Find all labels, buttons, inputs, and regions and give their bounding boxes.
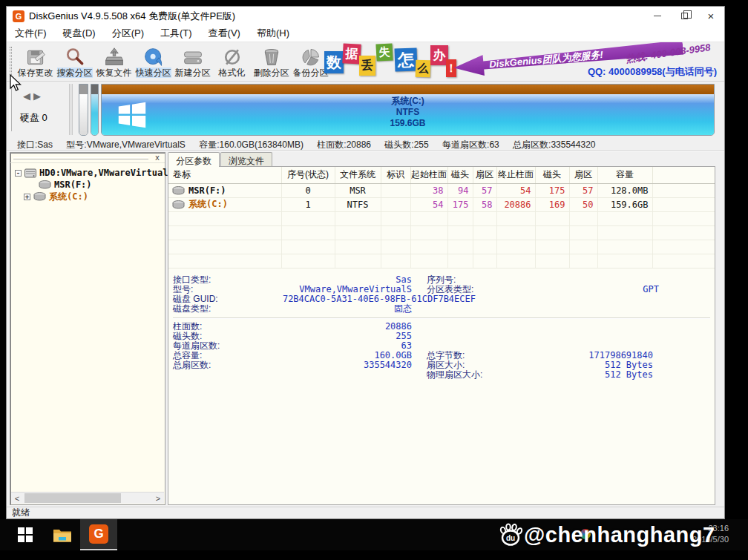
recover-files-button[interactable]: 恢复文件 bbox=[94, 43, 134, 80]
partition-bar-msr[interactable] bbox=[91, 84, 99, 136]
tree-close-icon[interactable]: x bbox=[152, 153, 163, 162]
next-disk-arrow-icon[interactable]: ▶ bbox=[33, 90, 44, 102]
expand-expander-icon[interactable]: + bbox=[24, 194, 30, 200]
disk-info-spt: 每道扇区数:63 bbox=[442, 139, 499, 150]
cell-filesystem: NTFS bbox=[335, 197, 381, 211]
partition-table: 卷标 序号(状态) 文件系统 标识 起始柱面 磁头 扇区 终止柱面 磁头 扇区 … bbox=[168, 167, 715, 269]
cell-identifier bbox=[381, 183, 410, 197]
col-end-sector[interactable]: 扇区 bbox=[569, 167, 597, 183]
title-bar: G DiskGenius V4.9.5.508 x64 免费版(单文件PE版) … bbox=[7, 7, 724, 25]
col-seq-status[interactable]: 序号(状态) bbox=[281, 167, 335, 183]
menu-view[interactable]: 查看(V) bbox=[200, 24, 249, 42]
delete-partition-button[interactable]: 删除分区 bbox=[252, 43, 291, 80]
scrollbar-track[interactable] bbox=[23, 493, 152, 504]
prev-disk-arrow-icon[interactable]: ◀ bbox=[23, 90, 33, 102]
col-volume-label[interactable]: 卷标 bbox=[168, 167, 281, 183]
cell-end-head: 169 bbox=[535, 197, 569, 211]
ad-tile: 据 bbox=[342, 43, 361, 64]
tree-item-label: 系统(C:) bbox=[49, 191, 88, 203]
table-row-empty bbox=[168, 240, 715, 254]
partition-bar-system[interactable]: 系统(C:) NTFS 159.6GB bbox=[101, 84, 715, 136]
watermark: du @chenhanghang7 bbox=[497, 518, 715, 552]
cell-end-sector: 57 bbox=[569, 183, 597, 197]
file-explorer-button[interactable] bbox=[46, 519, 79, 550]
partition-disk-icon bbox=[39, 180, 51, 189]
format-icon bbox=[222, 47, 243, 67]
menu-tools[interactable]: 工具(T) bbox=[152, 24, 200, 42]
detail-label: 物理扇区大小: bbox=[427, 370, 508, 380]
toolbar: 保存更改 搜索分区 恢复文件 快速分区 新建分区 格式化 bbox=[7, 42, 724, 82]
col-identifier[interactable]: 标识 bbox=[381, 167, 410, 183]
col-filesystem[interactable]: 文件系统 bbox=[335, 167, 381, 183]
tree-item-msr[interactable]: MSR(F:) bbox=[10, 179, 165, 191]
ad-tile: 数 bbox=[324, 51, 344, 73]
col-capacity[interactable]: 容量 bbox=[597, 167, 652, 183]
disk-tree-panel: x - HD0:VMware,VMwareVirtualS MSR(F:) + … bbox=[10, 152, 165, 505]
menu-disk[interactable]: 硬盘(D) bbox=[55, 24, 104, 42]
quick-partition-button[interactable]: 快速分区 bbox=[134, 43, 173, 80]
col-start-head[interactable]: 磁头 bbox=[447, 167, 473, 183]
baidu-paw-icon: du bbox=[497, 521, 524, 548]
tree-item-system-c[interactable]: + 系统(C:) bbox=[10, 191, 165, 202]
details-divider bbox=[173, 317, 710, 319]
disk-graph-panel: ◀▶ 硬盘 0 系统(C:) NTFS 159.6GB bbox=[7, 82, 724, 137]
partition-bar-caption: 系统(C:) NTFS 159.6GB bbox=[102, 96, 714, 129]
toolbar-button-label: 搜索分区 bbox=[57, 67, 93, 78]
toolbar-button-label: 格式化 bbox=[219, 67, 246, 78]
restore-icon bbox=[681, 13, 688, 19]
table-row-msr[interactable]: MSR(F:) 0 MSR 38 94 57 54 175 57 128.0MB bbox=[168, 183, 715, 197]
table-row-system-c[interactable]: 系统(C:) 1 NTFS 54 175 58 20886 169 50 159… bbox=[168, 197, 715, 211]
table-row-empty bbox=[168, 254, 715, 268]
panel-separator bbox=[69, 84, 73, 135]
close-button[interactable]: × bbox=[698, 7, 724, 25]
partition-bar-esp[interactable] bbox=[79, 84, 88, 136]
scroll-right-icon[interactable]: > bbox=[152, 494, 164, 503]
col-start-sector[interactable]: 扇区 bbox=[473, 167, 496, 183]
toolbar-button-label: 快速分区 bbox=[136, 67, 171, 78]
new-partition-button[interactable]: 新建分区 bbox=[173, 43, 212, 80]
mouse-cursor bbox=[9, 74, 24, 92]
tree-item-label: MSR(F:) bbox=[54, 179, 92, 190]
tab-partition-params[interactable]: 分区参数 bbox=[168, 152, 220, 167]
diskgenius-logo-icon: G bbox=[13, 10, 24, 22]
ad-banner[interactable]: 数 据 丢 失 怎 么 办 ！ DiskGenius团队为您服务! 热线: 40… bbox=[323, 42, 723, 81]
cell-end-cylinder: 54 bbox=[496, 183, 535, 197]
format-button[interactable]: 格式化 bbox=[212, 43, 252, 80]
detail-value-guid: 72B4CAC0-5A31-40E6-98FB-61CDF7B4ECEF bbox=[249, 294, 476, 304]
status-bar: 就绪 bbox=[7, 507, 724, 518]
cell-start-cylinder: 38 bbox=[410, 183, 447, 197]
diskgenius-taskbar-button[interactable]: G bbox=[80, 519, 117, 550]
menu-partition[interactable]: 分区(P) bbox=[104, 24, 152, 42]
scroll-left-icon[interactable]: < bbox=[11, 494, 23, 503]
tree-horizontal-scrollbar[interactable]: < > bbox=[11, 492, 164, 504]
menu-help[interactable]: 帮助(H) bbox=[249, 24, 298, 42]
diskgenius-logo-icon: G bbox=[89, 524, 108, 544]
minimize-button[interactable] bbox=[644, 7, 671, 25]
col-end-head[interactable]: 磁头 bbox=[535, 167, 569, 183]
cell-start-sector: 57 bbox=[473, 183, 496, 197]
menu-bar: 文件(F) 硬盘(D) 分区(P) 工具(T) 查看(V) 帮助(H) bbox=[7, 25, 724, 42]
menu-file[interactable]: 文件(F) bbox=[7, 24, 55, 42]
folder-icon bbox=[53, 527, 72, 543]
restore-button[interactable] bbox=[671, 7, 698, 25]
col-start-cylinder[interactable]: 起始柱面 bbox=[410, 167, 447, 183]
cell-end-cylinder: 20886 bbox=[496, 197, 535, 211]
col-end-cylinder[interactable]: 终止柱面 bbox=[496, 167, 535, 183]
ad-tile: ！ bbox=[446, 59, 456, 77]
scrollbar-thumb[interactable] bbox=[24, 493, 121, 503]
collapse-expander-icon[interactable]: - bbox=[15, 170, 22, 177]
detail-value-cylinders: 20886 bbox=[249, 322, 412, 332]
toolbar-button-label: 恢复文件 bbox=[96, 67, 132, 78]
disk-info-cylinders: 柱面数:20886 bbox=[317, 139, 371, 150]
backup-partition-icon bbox=[301, 47, 321, 67]
ad-tile: 怎 bbox=[394, 47, 417, 71]
tree-panel-grip bbox=[13, 157, 148, 159]
cell-start-head: 94 bbox=[447, 183, 473, 197]
ad-tile: 失 bbox=[375, 43, 393, 61]
tab-browse-files[interactable]: 浏览文件 bbox=[220, 152, 272, 167]
tree-item-hd0[interactable]: - HD0:VMware,VMwareVirtualS bbox=[10, 167, 165, 179]
start-button[interactable] bbox=[9, 519, 42, 550]
save-changes-icon bbox=[25, 47, 46, 67]
search-partition-button[interactable]: 搜索分区 bbox=[55, 43, 94, 80]
svg-text:du: du bbox=[506, 534, 515, 542]
